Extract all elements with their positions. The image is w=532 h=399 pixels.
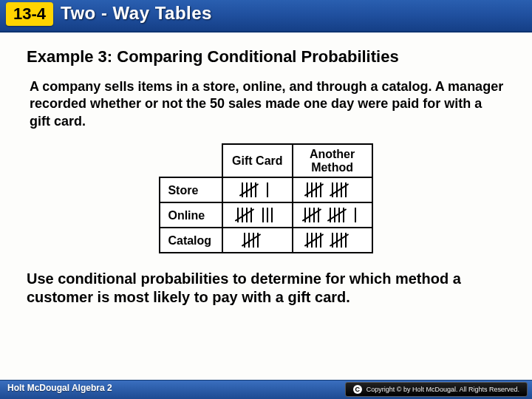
copyright-icon: C [353,385,362,394]
footer-book-title: Holt McDougal Algebra 2 [7,383,112,393]
slide-content: Example 3: Comparing Conditional Probabi… [0,33,532,307]
row-header-catalog: Catalog [160,228,222,253]
header-title: Two - Way Tables [61,3,212,24]
tally-store-another [293,177,372,202]
table-row: Catalog [160,228,372,253]
table-corner [160,144,222,177]
tally-online-giftcard [222,202,292,228]
tally-store-giftcard [222,177,292,202]
tally-catalog-giftcard [222,228,292,253]
tally-catalog-another [293,228,372,253]
footer-band: Holt McDougal Algebra 2 C Copyright © by… [0,380,532,399]
question-text: Use conditional probabilities to determi… [27,270,499,307]
tally-online-another [293,202,372,228]
table-row: Online [160,202,372,228]
copyright-badge: C Copyright © by Holt McDougal. All Righ… [345,382,528,397]
table-row: Store [160,177,372,202]
col-header-another-method-l2: Method [311,161,353,174]
header-band: 13-4 Two - Way Tables [0,0,532,33]
copyright-text: Copyright © by Holt McDougal. All Rights… [366,386,519,393]
tally-table: Gift Card AnotherMethod Store Online Cat… [159,143,372,253]
col-header-gift-card: Gift Card [222,144,292,177]
row-header-store: Store [160,177,222,202]
col-header-another-method-l1: Another [310,148,355,160]
col-header-another-method: AnotherMethod [293,144,372,177]
tally-table-wrap: Gift Card AnotherMethod Store Online Cat… [27,143,505,253]
row-header-online: Online [160,202,222,228]
section-badge: 13-4 [6,2,53,26]
example-heading: Example 3: Comparing Conditional Probabi… [27,47,505,66]
problem-text: A company sells items in a store, online… [30,78,505,130]
